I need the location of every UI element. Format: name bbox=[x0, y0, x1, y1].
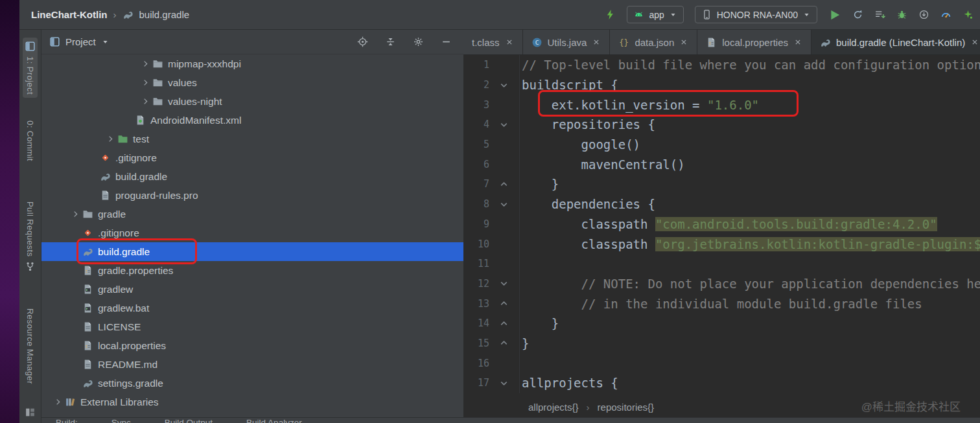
code-line[interactable]: 5 google() bbox=[463, 135, 980, 155]
apply-changes-icon[interactable] bbox=[605, 9, 616, 20]
fold-marker-icon[interactable] bbox=[489, 80, 518, 90]
editor-breadcrumb-repositories[interactable]: repositories{} bbox=[598, 402, 655, 413]
line-number: 11 bbox=[463, 258, 489, 269]
code-line[interactable]: 17allprojects { bbox=[463, 373, 980, 393]
android-studio-window: LineChart-Kotlin › build.gradle appHONOR… bbox=[0, 0, 980, 423]
folder-icon bbox=[82, 209, 93, 220]
settings-button[interactable] bbox=[413, 36, 424, 47]
editor-tab-t-class[interactable]: t.class bbox=[463, 30, 523, 54]
tree-item-androidmanifest-xml[interactable]: AndroidManifest.xml bbox=[41, 111, 463, 130]
stripe-tab-0-commit[interactable]: 0: Commit bbox=[23, 117, 37, 165]
code-line[interactable]: 6 mavenCentral() bbox=[463, 154, 980, 174]
tree-item-gradlew[interactable]: gradlew bbox=[41, 280, 463, 299]
tree-item-build-gradle[interactable]: build.gradle bbox=[41, 167, 463, 186]
tree-item-external-libraries[interactable]: External Libraries bbox=[41, 393, 463, 411]
tree-item-values[interactable]: values bbox=[41, 73, 463, 92]
tree-item-proguard-rules-pro[interactable]: proguard-rules.pro bbox=[41, 186, 463, 205]
code-line[interactable]: 13 // in the individual module build.gra… bbox=[463, 293, 980, 314]
tree-item-mipmap-xxxhdpi[interactable]: mipmap-xxxhdpi bbox=[41, 54, 463, 73]
fold-marker-icon[interactable] bbox=[489, 319, 518, 328]
tree-item-license[interactable]: LICENSE bbox=[41, 317, 463, 336]
close-icon[interactable] bbox=[970, 38, 979, 47]
code-line[interactable]: 12 // NOTE: Do not place your applicatio… bbox=[463, 274, 980, 294]
code-line[interactable]: 9 classpath "com.android.tools.build:gra… bbox=[463, 214, 980, 234]
chevron-down-icon[interactable] bbox=[101, 38, 110, 46]
code-line[interactable]: 15} bbox=[463, 334, 980, 354]
tree-item-values-night[interactable]: values-night bbox=[41, 92, 463, 111]
device-manager-button[interactable] bbox=[962, 9, 974, 20]
code-line[interactable]: 16 bbox=[463, 353, 980, 373]
tree-item-gradle[interactable]: gradle bbox=[41, 205, 463, 223]
code-line[interactable]: 8 dependencies { bbox=[463, 194, 980, 214]
expand-chevron-icon[interactable] bbox=[68, 210, 82, 218]
editor-tab-utils-java[interactable]: CUtils.java bbox=[523, 30, 611, 54]
code-line[interactable]: 11 bbox=[463, 254, 980, 274]
rerun-button[interactable] bbox=[852, 9, 863, 20]
fold-marker-icon[interactable] bbox=[489, 179, 518, 189]
code-token: classpath bbox=[522, 217, 655, 231]
run-configuration-selector[interactable]: app bbox=[627, 6, 683, 23]
code-line[interactable]: 10 classpath "org.jetbrains.kotlin:kotli… bbox=[463, 234, 980, 254]
code-line[interactable]: 3 ext.kotlin_version = "1.6.0" bbox=[463, 95, 980, 115]
project-view-selector[interactable]: Project bbox=[65, 36, 96, 47]
close-icon[interactable] bbox=[679, 38, 688, 47]
sync-project-button[interactable] bbox=[874, 9, 885, 20]
expand-chevron-icon[interactable] bbox=[103, 135, 117, 143]
fold-marker-icon[interactable] bbox=[489, 279, 518, 288]
tree-item-local-properties[interactable]: local.properties bbox=[41, 336, 463, 355]
tree-item-gitignore[interactable]: .gitignore bbox=[41, 148, 463, 167]
editor-breadcrumb-allprojects[interactable]: allprojects{} bbox=[528, 402, 579, 413]
bottom-bar-item-build-analyzer[interactable]: Build Analyzer bbox=[246, 418, 302, 423]
tree-item-gradlew-bat[interactable]: gradlew.bat bbox=[41, 299, 463, 317]
code-line[interactable]: 2buildscript { bbox=[463, 75, 980, 95]
bottom-bar-item-sync[interactable]: Sync bbox=[111, 418, 131, 423]
line-number: 14 bbox=[463, 317, 489, 329]
bottom-bar-item-build[interactable]: Build: bbox=[56, 418, 78, 423]
tree-item-label: LICENSE bbox=[98, 321, 141, 333]
debug-button[interactable] bbox=[896, 9, 907, 20]
folder-icon bbox=[152, 58, 163, 69]
expand-chevron-icon[interactable] bbox=[138, 97, 152, 106]
code-editor[interactable]: 1// Top-level build file where you can a… bbox=[463, 55, 980, 393]
collapse-all-button[interactable] bbox=[385, 36, 396, 47]
editor-tab-data-json[interactable]: {}data.json bbox=[610, 30, 697, 54]
device-selector[interactable]: HONOR RNA-AN00 bbox=[695, 6, 817, 23]
run-button[interactable] bbox=[828, 8, 841, 21]
tree-item-gradle-properties[interactable]: gradle.properties bbox=[41, 261, 463, 280]
code-line[interactable]: 7 } bbox=[463, 174, 980, 194]
tool-windows-icon[interactable] bbox=[25, 407, 36, 418]
stripe-tab-pull-requests[interactable]: Pull Requests bbox=[23, 198, 38, 275]
editor-tab-local-properties[interactable]: local.properties bbox=[697, 30, 811, 54]
tree-item-gitignore[interactable]: .gitignore bbox=[41, 223, 463, 242]
code-line[interactable]: 4 repositories { bbox=[463, 115, 980, 135]
profiler-button[interactable] bbox=[940, 9, 951, 20]
close-icon[interactable] bbox=[592, 38, 601, 47]
fold-marker-icon[interactable] bbox=[489, 338, 518, 348]
fold-marker-icon[interactable] bbox=[489, 200, 518, 209]
close-icon[interactable] bbox=[505, 38, 514, 47]
editor-tab-build-gradle-linechart-kotlin[interactable]: build.gradle (LineChart-Kotlin) bbox=[811, 30, 980, 54]
tree-item-settings-gradle[interactable]: settings.gradle bbox=[41, 374, 463, 393]
expand-chevron-icon[interactable] bbox=[51, 398, 65, 406]
fold-marker-icon[interactable] bbox=[489, 299, 518, 308]
line-number: 4 bbox=[463, 119, 489, 130]
gradle-icon bbox=[82, 378, 93, 389]
fold-marker-icon[interactable] bbox=[489, 378, 518, 388]
breadcrumb-file[interactable]: build.gradle bbox=[139, 9, 190, 20]
stripe-tab-resource-manager[interactable]: Resource Manager bbox=[23, 305, 37, 387]
locate-file-button[interactable] bbox=[357, 36, 368, 47]
close-icon[interactable] bbox=[793, 38, 802, 47]
tree-item-test[interactable]: test bbox=[41, 130, 463, 148]
expand-chevron-icon[interactable] bbox=[138, 60, 152, 68]
breadcrumb-project[interactable]: LineChart-Kotlin bbox=[31, 9, 108, 20]
tree-item-readme-md[interactable]: README.md bbox=[41, 355, 463, 374]
bottom-bar-item-build-output[interactable]: Build Output bbox=[165, 418, 213, 423]
fold-marker-icon[interactable] bbox=[489, 120, 518, 130]
expand-chevron-icon[interactable] bbox=[138, 78, 152, 87]
code-line[interactable]: 1// Top-level build file where you can a… bbox=[463, 55, 980, 75]
stripe-tab-1-project[interactable]: 1: Project bbox=[23, 38, 38, 98]
attach-debugger-button[interactable] bbox=[918, 9, 929, 20]
code-line[interactable]: 14 } bbox=[463, 314, 980, 334]
tree-item-build-gradle[interactable]: build.gradle bbox=[41, 242, 463, 261]
hide-panel-button[interactable] bbox=[441, 36, 452, 47]
